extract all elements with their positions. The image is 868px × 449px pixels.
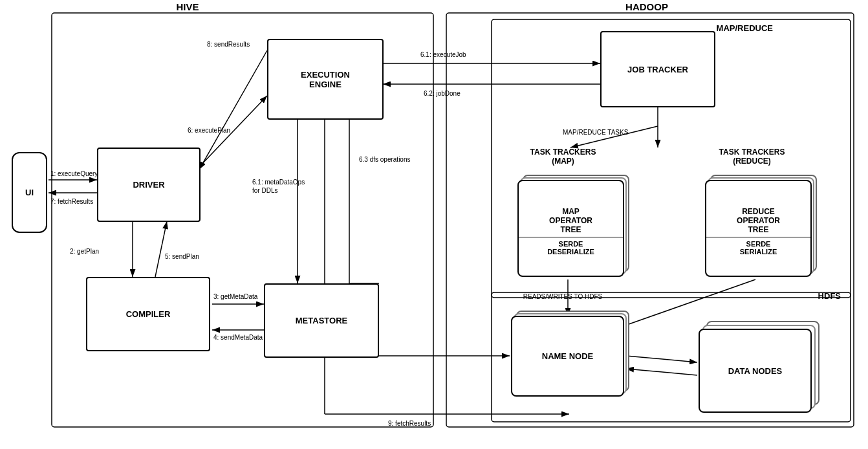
svg-line-23: [626, 369, 697, 375]
map-op-tree-stack: MAPOPERATORTREE SERDEDESERIALIZE: [517, 180, 624, 277]
name-node-label: NAME NODE: [542, 351, 593, 361]
svg-line-8: [155, 221, 167, 277]
label-sendmetadata: 4: sendMetaData: [213, 334, 263, 341]
label-reads-writes: READS/WRITES TO HDFS: [523, 293, 603, 300]
label-jobdone: 6.2: jobDone: [424, 90, 461, 97]
svg-line-12: [199, 50, 267, 170]
label-executeplan: 6: executePlan: [188, 127, 230, 134]
hadoop-label: HADOOP: [625, 1, 668, 12]
metastore-label: METASTORE: [296, 316, 347, 325]
reduce-op-tree-stack: REDUCEOPERATORTREE SERDESERIALIZE: [705, 180, 812, 277]
data-nodes-label: DATA NODES: [728, 366, 783, 376]
hive-label: HIVE: [176, 1, 199, 12]
compiler-box: COMPILER: [86, 277, 210, 351]
label-metadataops: 6.1: metaDataOps: [252, 179, 305, 186]
reduce-op-tree-label: REDUCEOPERATORTREE: [706, 202, 810, 237]
label-mapreduce-tasks: MAP/REDUCE TASKS: [563, 129, 629, 136]
ui-box: UI: [12, 152, 47, 233]
job-tracker-box: JOB TRACKER: [600, 31, 715, 107]
reduce-serde-label: SERDESERIALIZE: [706, 237, 810, 256]
label-fetchresults-bottom: 9: fetchResults: [388, 420, 431, 427]
svg-line-22: [626, 356, 697, 362]
label-sendresults: 8: sendResults: [207, 41, 250, 48]
label-sendplan: 5: sendPlan: [165, 253, 199, 260]
ui-label: UI: [25, 188, 34, 197]
execution-engine-label: EXECUTIONENGINE: [301, 70, 350, 89]
label-executequery: 1: executeQuery: [50, 170, 98, 177]
task-trackers-reduce-label: TASK TRACKERS(REDUCE): [692, 148, 812, 166]
task-trackers-map-label: TASK TRACKERS(MAP): [503, 148, 623, 166]
driver-label: DRIVER: [133, 180, 164, 190]
hdfs-label: HDFS: [818, 291, 841, 301]
label-fetchresults-ui: 7: fetchResults: [50, 198, 93, 205]
metastore-box: METASTORE: [264, 283, 379, 358]
driver-box: DRIVER: [97, 148, 201, 222]
label-getmetadata: 3: getMetaData: [213, 293, 258, 300]
name-node-stack: NAME NODE: [511, 316, 624, 397]
map-serde-label: SERDEDESERIALIZE: [519, 237, 623, 256]
name-node-box: NAME NODE: [511, 316, 624, 397]
label-metadataops2: for DDLs: [252, 187, 277, 194]
data-nodes-box: DATA NODES: [699, 329, 812, 413]
label-dfsops: 6.3 dfs operations: [359, 156, 411, 163]
map-op-tree-label: MAPOPERATORTREE: [519, 202, 623, 237]
compiler-label: COMPILER: [126, 309, 171, 319]
job-tracker-label: JOB TRACKER: [627, 65, 688, 74]
mapreduce-label: MAP/REDUCE: [717, 23, 774, 33]
data-nodes-stack: DATA NODES: [699, 329, 812, 413]
execution-engine-box: EXECUTIONENGINE: [267, 39, 384, 120]
label-executejob: 6.1: executeJob: [420, 51, 466, 58]
label-getplan: 2: getPlan: [70, 248, 99, 255]
